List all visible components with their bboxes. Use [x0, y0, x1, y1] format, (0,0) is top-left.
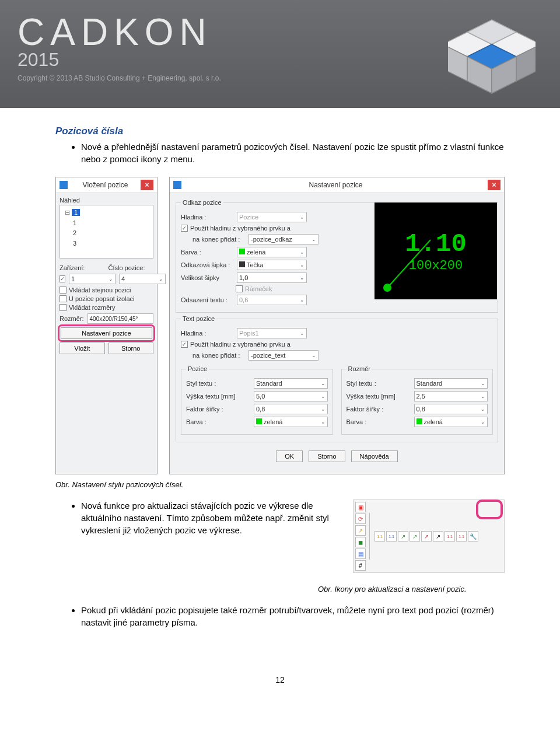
- hladina2-label: Hladina :: [181, 330, 233, 337]
- highlight-circle: [476, 500, 503, 519]
- chk-pouzit-hladinu2[interactable]: ✓Použít hladinu z vybraného prvku a: [181, 341, 493, 348]
- tree-node[interactable]: 3: [65, 239, 148, 249]
- chevron-down-icon: ⌄: [309, 236, 316, 242]
- ok-button[interactable]: OK: [276, 450, 303, 462]
- toolbar-icon[interactable]: ◼: [355, 537, 366, 547]
- group-rozmer: Rozměr Styl textu :Standard⌄ Výška textu…: [341, 365, 494, 435]
- chevron-down-icon: ⌄: [298, 262, 304, 268]
- chevron-down-icon: ⌄: [478, 406, 485, 412]
- sipka-label: Odkazová šipka :: [181, 261, 233, 268]
- chevron-down-icon: ⌄: [318, 406, 326, 412]
- chevron-down-icon: ⌄: [478, 393, 485, 399]
- toolbar-arrow-icon[interactable]: ↗: [398, 531, 408, 542]
- vlozit-button[interactable]: Vložit: [60, 343, 105, 354]
- dialog-title: Nastavení pozice: [184, 181, 488, 189]
- toolbar-wrench-icon[interactable]: 🔧: [468, 531, 478, 542]
- styl-select-r[interactable]: Standard⌄: [414, 378, 488, 389]
- header-banner: CADKON 2015 Copyright © 2013 AB Studio C…: [0, 0, 560, 108]
- velikost-select[interactable]: 1,0⌄: [237, 273, 307, 283]
- page-content: Pozicová čísla Nové a přehlednější nasta…: [0, 108, 560, 719]
- cube-3d-logo-icon: [448, 13, 536, 103]
- hladina-label: Hladina :: [181, 214, 233, 221]
- chevron-down-icon: ⌄: [106, 276, 113, 282]
- vyska-select[interactable]: 5,0⌄: [254, 391, 328, 401]
- chevron-down-icon: ⌄: [298, 275, 304, 281]
- chk-ramecek[interactable]: Rámeček: [181, 285, 368, 292]
- odsazeni-select[interactable]: 0,6⌄: [237, 295, 307, 305]
- nakonec2-select[interactable]: -pozice_text⌄: [249, 350, 318, 361]
- velikost-label: Velikost šipky: [181, 274, 233, 281]
- toolbar-arrow-icon[interactable]: ↗: [410, 531, 420, 542]
- nahled-label: Náhled: [60, 197, 153, 204]
- chevron-down-icon: ⌄: [478, 380, 485, 386]
- napoveda-button[interactable]: Nápověda: [351, 450, 398, 462]
- hladina-select[interactable]: Pozice⌄: [237, 212, 307, 222]
- cislo-label: Číslo pozice:: [108, 264, 154, 271]
- page-number: 12: [55, 675, 505, 702]
- dialog-nastaveni-pozice: Nastavení pozice × Odkaz pozice Hladina …: [169, 177, 505, 474]
- toolbar-icon[interactable]: ▣: [355, 502, 366, 512]
- faktor-select[interactable]: 0,8⌄: [254, 404, 328, 414]
- chevron-down-icon: ⌄: [298, 297, 304, 303]
- styl-select[interactable]: Standard⌄: [254, 378, 328, 389]
- hladina2-select[interactable]: Popis1⌄: [237, 328, 307, 338]
- toolbar-settings-icon[interactable]: 1.1: [456, 531, 467, 542]
- toolbar-icon[interactable]: #: [355, 560, 366, 571]
- toolbar-label-icon[interactable]: 1.1: [374, 531, 385, 542]
- dialog-title: Vložení pozice: [70, 181, 141, 189]
- toolbar-arrow-icon[interactable]: ↗: [433, 531, 443, 542]
- styl-label-r: Styl textu :: [346, 380, 411, 387]
- legend-text: Text pozice: [181, 315, 216, 322]
- chk-vkladat-rozmery[interactable]: Vkládat rozměry: [60, 304, 153, 311]
- bullet-list: Nové a přehlednější nastavení parametrů …: [55, 141, 505, 165]
- nakonec-select[interactable]: -pozice_odkaz⌄: [249, 234, 318, 244]
- tree-node[interactable]: 2: [65, 228, 148, 239]
- sipka-select[interactable]: Tečka⌄: [237, 260, 307, 270]
- zarizeni-label: Zařízení:: [60, 264, 105, 271]
- toolbar-arrow-icon[interactable]: ↗: [421, 531, 432, 542]
- toolbar-icon[interactable]: ▤: [355, 549, 366, 559]
- storno-button[interactable]: Storno: [309, 450, 345, 462]
- tree-node[interactable]: 1: [65, 218, 148, 229]
- toolbar-icon[interactable]: ⟳: [355, 514, 366, 524]
- storno-button[interactable]: Storno: [108, 343, 154, 354]
- nastaveni-pozice-button[interactable]: Nastavení pozice: [61, 327, 152, 339]
- chk-stejnou-pozici[interactable]: Vkládat stejnou pozici: [60, 287, 153, 294]
- legend-rozmer: Rozměr: [346, 365, 373, 372]
- chk-pouzit-hladinu[interactable]: ✓Použít hladinu z vybraného prvku a: [181, 225, 368, 232]
- cislo-select[interactable]: 4⌄: [119, 274, 166, 284]
- dialog-titlebar: Vložení pozice ×: [56, 177, 157, 193]
- tree-root[interactable]: 1: [72, 209, 80, 216]
- chevron-down-icon: ⌄: [298, 330, 304, 336]
- styl-label: Styl textu :: [186, 380, 250, 387]
- rozmer-input[interactable]: 400x200/R150,45°: [88, 313, 153, 324]
- chevron-down-icon: ⌄: [478, 419, 485, 425]
- vyska-label-r: Výška textu [mm]: [346, 393, 411, 400]
- barva-select-r[interactable]: zelená⌄: [414, 417, 488, 427]
- faktor-select-r[interactable]: 0,8⌄: [414, 404, 488, 414]
- close-icon[interactable]: ×: [141, 180, 153, 190]
- tree-toggle-icon[interactable]: ⊟: [65, 209, 70, 216]
- chk-popsat-izolaci[interactable]: U pozice popsat izolaci: [60, 295, 153, 302]
- zarizeni-select[interactable]: 1⌄: [69, 274, 116, 284]
- chevron-down-icon: ⌄: [318, 393, 326, 399]
- figure-dialogs: Vložení pozice × Náhled ⊟ 1 1 2 3 Zaříze…: [55, 177, 505, 474]
- bullet-item: Pokud při vkládání pozic popisujete také…: [81, 604, 505, 628]
- legend-pozice: Pozice: [186, 365, 209, 372]
- preview-viewport: 1.10 100x200: [374, 202, 497, 299]
- barva-select[interactable]: zelená⌄: [237, 247, 307, 257]
- svg-point-10: [383, 284, 391, 292]
- toolbar-label-icon[interactable]: 1.1: [386, 531, 397, 542]
- bullet-list: Nová funkce pro aktualizaci stávajících …: [55, 500, 339, 536]
- close-icon[interactable]: ×: [488, 180, 501, 190]
- vyska-select-r[interactable]: 2,5⌄: [414, 391, 488, 401]
- group-text-pozice: Text pozice Hladina :Popis1⌄ ✓Použít hla…: [176, 315, 498, 442]
- barva-select-p[interactable]: zelená⌄: [254, 417, 328, 427]
- tree-preview[interactable]: ⊟ 1 1 2 3: [60, 205, 153, 259]
- zarizeni-checkbox[interactable]: ✓: [60, 275, 65, 282]
- vyska-label: Výška textu [mm]: [186, 393, 250, 400]
- barva-label-p: Barva :: [186, 418, 250, 425]
- toolbar-refresh-icon[interactable]: 1.1: [444, 531, 455, 542]
- barva-label: Barva :: [181, 249, 233, 256]
- toolbar-icon[interactable]: ↗: [355, 525, 366, 536]
